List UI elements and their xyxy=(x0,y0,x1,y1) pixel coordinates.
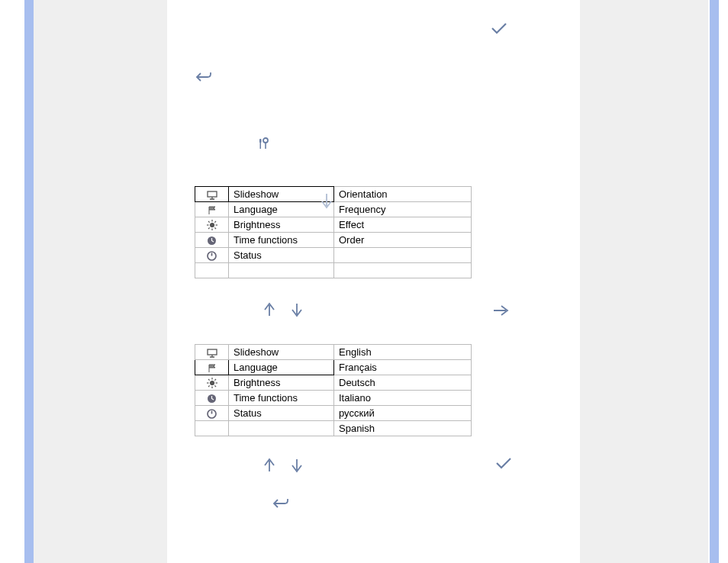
check-icon xyxy=(491,21,507,35)
menu-right-label: русский xyxy=(334,406,472,421)
slideshow-icon xyxy=(195,345,229,360)
clock-icon xyxy=(195,233,229,248)
check-icon xyxy=(495,456,512,470)
svg-line-24 xyxy=(208,386,210,388)
svg-rect-16 xyxy=(208,349,217,355)
down-arrow-icon[interactable] xyxy=(291,458,303,473)
menu-left-label: Time functions xyxy=(229,391,334,406)
svg-point-17 xyxy=(210,381,214,385)
slideshow-icon xyxy=(195,187,229,202)
flag-icon xyxy=(195,202,229,217)
status-icon xyxy=(195,406,229,421)
up-arrow-icon[interactable] xyxy=(263,302,275,317)
table-row[interactable]: Language Français xyxy=(195,360,472,375)
right-arrow-icon[interactable] xyxy=(492,304,509,317)
content-area: Slideshow Orientation Language Frequency… xyxy=(167,0,580,563)
right-side-bar xyxy=(710,0,719,563)
menu-left-label: Language xyxy=(229,202,334,217)
table-row[interactable]: Status xyxy=(195,248,472,263)
menu-right-label: Deutsch xyxy=(334,375,472,391)
menu-left-label xyxy=(229,263,334,278)
table-row[interactable]: Spanish xyxy=(195,421,472,436)
svg-line-13 xyxy=(214,221,216,223)
svg-rect-1 xyxy=(260,142,262,149)
table-row[interactable]: Time functions Italiano xyxy=(195,391,472,406)
left-gray-panel xyxy=(34,0,167,563)
nav-arrows-1 xyxy=(263,302,303,317)
down-arrow-icon[interactable] xyxy=(291,302,303,317)
back-icon xyxy=(272,497,289,510)
menu-right-label: Frequency xyxy=(334,202,472,217)
menu-right-label: Orientation xyxy=(334,187,472,202)
svg-line-12 xyxy=(208,228,210,230)
svg-line-23 xyxy=(214,386,216,388)
menu-right-label: Order xyxy=(334,233,472,248)
nav-arrows-2 xyxy=(263,458,303,473)
status-icon xyxy=(195,248,229,263)
menu-left-label: Status xyxy=(229,406,334,421)
brightness-icon xyxy=(195,375,229,391)
empty-icon xyxy=(195,421,229,436)
up-arrow-icon[interactable] xyxy=(263,458,275,473)
table-row[interactable]: Time functions Order xyxy=(195,233,472,248)
tools-icon xyxy=(257,137,269,151)
svg-rect-4 xyxy=(208,191,217,197)
table-row[interactable]: Status русский xyxy=(195,406,472,421)
flag-icon xyxy=(195,360,229,375)
table-row[interactable]: Slideshow English xyxy=(195,345,472,360)
menu-left-label: Brightness xyxy=(229,375,334,391)
svg-line-22 xyxy=(208,379,210,381)
back-icon xyxy=(195,71,212,83)
right-gray-panel xyxy=(580,0,708,563)
menu-left-label: Slideshow xyxy=(229,345,334,360)
menu-left-label xyxy=(229,421,334,436)
svg-line-11 xyxy=(214,228,216,230)
menu-left-label: Status xyxy=(229,248,334,263)
brightness-icon xyxy=(195,217,229,233)
menu-right-label: Effect xyxy=(334,217,472,233)
left-side-bar xyxy=(24,0,34,563)
menu-right-label: English xyxy=(334,345,472,360)
table-row[interactable] xyxy=(195,263,472,278)
menu-left-label: Slideshow xyxy=(229,187,334,202)
svg-rect-3 xyxy=(265,142,266,149)
svg-line-25 xyxy=(214,379,216,381)
table-row[interactable]: Brightness Deutsch xyxy=(195,375,472,391)
table-row[interactable]: Brightness Effect xyxy=(195,217,472,233)
svg-point-5 xyxy=(210,224,214,227)
menu-right-label xyxy=(334,263,472,278)
menu-left-label: Language xyxy=(229,360,334,375)
menu-table-language: Slideshow English Language Français Brig… xyxy=(195,344,472,436)
menu-right-label: Italiano xyxy=(334,391,472,406)
empty-icon xyxy=(195,263,229,278)
menu-right-label xyxy=(334,248,472,263)
clock-icon xyxy=(195,391,229,406)
arrow-down-overlay-icon xyxy=(320,192,333,211)
menu-left-label: Time functions xyxy=(229,233,334,248)
svg-line-10 xyxy=(208,221,210,223)
menu-right-label: Spanish xyxy=(334,421,472,436)
menu-left-label: Brightness xyxy=(229,217,334,233)
menu-right-label: Français xyxy=(334,360,472,375)
